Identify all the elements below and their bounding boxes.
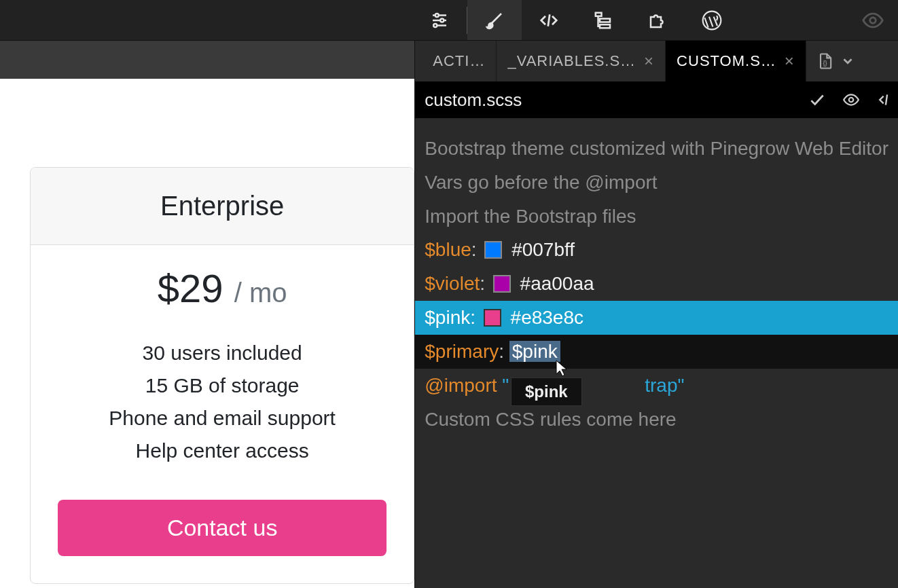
color-swatch[interactable] — [484, 241, 502, 259]
tab-tail-actions: {} — [806, 51, 855, 71]
eye-icon[interactable] — [841, 91, 861, 109]
comment-line: Vars go before the @import — [425, 172, 657, 193]
autocomplete-item[interactable]: $pink — [525, 382, 568, 401]
color-value: #007bff — [511, 239, 575, 260]
comment-line: Custom CSS rules come here — [425, 409, 676, 430]
tab-label: CUSTOM.S… — [677, 52, 776, 70]
tab-variables[interactable]: _VARIABLES.S… × — [497, 41, 666, 81]
price-suffix: / mo — [234, 278, 287, 308]
code-editor[interactable]: Bootstrap theme customized with Pinegrow… — [415, 118, 898, 588]
visibility-toggle-icon[interactable] — [861, 9, 884, 32]
svg-point-1 — [435, 14, 439, 17]
autocomplete-selection[interactable]: $pink — [509, 341, 560, 362]
tab-active-css[interactable]: ACTI… — [422, 41, 497, 81]
svg-point-3 — [440, 18, 444, 22]
preview-pane: Enterprise $29 / mo 30 users included 15… — [0, 41, 414, 588]
feature-item: Phone and email support — [58, 402, 387, 435]
price-amount: $29 — [158, 266, 223, 310]
brush-button[interactable] — [467, 0, 522, 40]
file-actions — [808, 91, 888, 109]
editor-pane: ACTI… _VARIABLES.S… × CUSTOM.S… × {} — [414, 41, 898, 588]
color-value: #e83e8c — [511, 307, 583, 328]
code-line-selected[interactable]: $pink: #e83e8c — [415, 301, 898, 335]
feature-item: 15 GB of storage — [58, 369, 387, 402]
file-bar: custom.scss — [415, 81, 898, 118]
string-literal: trap" — [645, 375, 684, 396]
var-name: $pink — [425, 307, 470, 328]
code-icon[interactable] — [876, 91, 888, 109]
svg-point-5 — [433, 24, 437, 27]
string-literal: " — [502, 375, 509, 396]
svg-point-13 — [849, 98, 854, 103]
card-body: $29 / mo 30 users included 15 GB of stor… — [31, 245, 414, 583]
at-rule: @import — [425, 375, 497, 396]
check-icon[interactable] — [808, 91, 826, 109]
var-name: $violet — [425, 273, 480, 294]
card-title: Enterprise — [31, 168, 414, 245]
toolbar-buttons — [412, 0, 739, 40]
svg-line-6 — [548, 14, 550, 26]
color-swatch[interactable] — [484, 309, 501, 327]
filename: custom.scss — [425, 90, 522, 111]
svg-text:{}: {} — [823, 60, 827, 67]
tab-row: ACTI… _VARIABLES.S… × CUSTOM.S… × {} — [415, 41, 898, 81]
tree-button[interactable] — [576, 0, 630, 40]
contact-button[interactable]: Contact us — [58, 500, 387, 556]
svg-point-11 — [870, 17, 876, 23]
wordpress-button[interactable] — [685, 0, 739, 40]
color-swatch[interactable] — [493, 275, 511, 293]
svg-rect-9 — [600, 24, 610, 28]
svg-line-14 — [886, 94, 887, 105]
close-icon[interactable]: × — [785, 52, 795, 71]
close-icon[interactable]: × — [644, 52, 654, 71]
preview-canvas: Enterprise $29 / mo 30 users included 15… — [0, 79, 414, 588]
pricing-card: Enterprise $29 / mo 30 users included 15… — [30, 167, 414, 584]
puzzle-button[interactable] — [630, 0, 685, 40]
color-value: #aa00aa — [520, 273, 594, 294]
top-toolbar — [0, 0, 898, 41]
var-name: $blue — [425, 239, 471, 260]
svg-rect-7 — [596, 12, 602, 16]
feature-item: Help center access — [58, 435, 387, 467]
sliders-button[interactable] — [412, 0, 467, 40]
tab-label: _VARIABLES.S… — [507, 52, 636, 70]
feature-item: 30 users included — [58, 337, 387, 369]
chevron-down-icon[interactable] — [840, 54, 855, 69]
comment-line: Bootstrap theme customized with Pinegrow… — [425, 138, 888, 159]
price: $29 / mo — [58, 265, 387, 311]
code-button[interactable] — [522, 0, 576, 40]
var-name: $primary — [425, 341, 499, 362]
comment-line: Import the Bootstrap files — [425, 206, 636, 227]
tab-custom-scss[interactable]: CUSTOM.S… × — [666, 41, 806, 81]
svg-rect-8 — [600, 18, 610, 22]
braces-file-icon[interactable]: {} — [816, 51, 835, 71]
autocomplete-dropdown[interactable]: $pink — [511, 378, 582, 406]
tab-label: ACTI… — [433, 52, 485, 70]
